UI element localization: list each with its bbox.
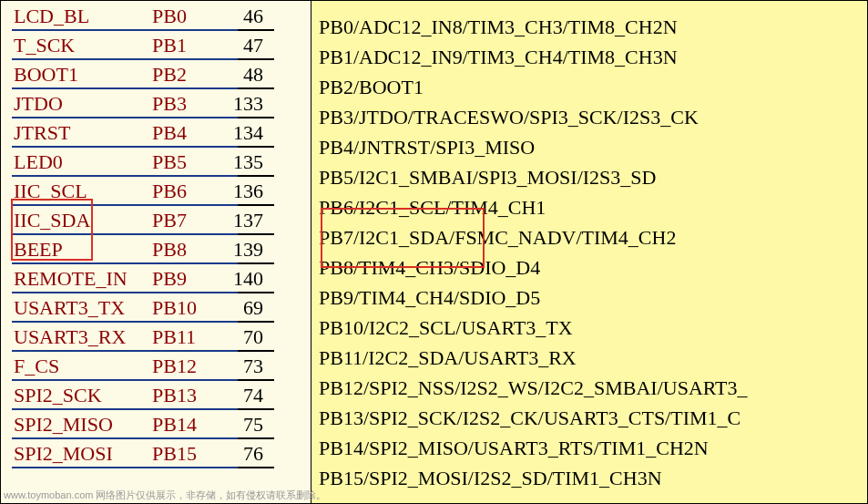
pin-function-line: PB13/SPI2_SCK/I2S2_CK/USART3_CTS/TIM1_C xyxy=(319,403,860,433)
pin-number: 74 xyxy=(225,384,267,407)
pin-row: LCD_BLPB046 xyxy=(1,5,311,34)
pin-function-line: PB14/SPI2_MISO/USART3_RTS/TIM1_CH2N xyxy=(319,433,860,463)
pin-port: PB11 xyxy=(152,325,225,349)
pin-number: 133 xyxy=(225,92,267,116)
pin-function-line: PB12/SPI2_NSS/I2S2_WS/I2C2_SMBAI/USART3_ xyxy=(319,373,860,403)
pin-function-line: PB11/I2C2_SDA/USART3_RX xyxy=(319,343,860,373)
pin-row: BOOT1PB248 xyxy=(1,63,311,92)
pin-label: USART3_TX xyxy=(14,296,152,320)
pin-label: SPI2_SCK xyxy=(14,384,152,407)
layout-container: LCD_BLPB046T_SCKPB147BOOT1PB248JTDOPB313… xyxy=(0,0,868,504)
pin-port: PB6 xyxy=(152,180,225,203)
pin-row: SPI2_SCKPB1374 xyxy=(1,384,311,413)
pin-port: PB5 xyxy=(152,150,225,174)
pinout-table: LCD_BLPB046T_SCKPB147BOOT1PB248JTDOPB313… xyxy=(0,0,311,504)
pin-function-line: PB2/BOOT1 xyxy=(319,72,860,102)
pin-label: IIC_SDA xyxy=(14,209,152,232)
pin-label: F_CS xyxy=(14,355,152,378)
pin-port: PB12 xyxy=(152,355,225,378)
pin-row: BEEPPB8139 xyxy=(1,238,311,267)
pin-row: USART3_TXPB1069 xyxy=(1,296,311,325)
pin-label: IIC_SCL xyxy=(14,180,152,203)
pin-port: PB3 xyxy=(152,92,225,116)
pin-number: 69 xyxy=(225,296,267,320)
pin-number: 46 xyxy=(225,5,267,28)
pin-port: PB15 xyxy=(152,442,225,466)
pin-function-line: PB0/ADC12_IN8/TIM3_CH3/TIM8_CH2N xyxy=(319,12,860,42)
pin-function-line: PB3/JTDO/TRACESWO/SPI3_SCK/I2S3_CK xyxy=(319,102,860,132)
pin-row: T_SCKPB147 xyxy=(1,34,311,63)
pin-label: BOOT1 xyxy=(14,63,152,87)
pin-row: F_CSPB1273 xyxy=(1,355,311,384)
pin-label: BEEP xyxy=(14,238,152,262)
pin-function-line: PB15/SPI2_MOSI/I2S2_SD/TIM1_CH3N xyxy=(319,463,860,493)
pin-row: JTDOPB3133 xyxy=(1,92,311,121)
pin-number: 136 xyxy=(225,180,267,203)
pin-number: 140 xyxy=(225,267,267,291)
pin-label: REMOTE_IN xyxy=(14,267,152,291)
pin-label: SPI2_MOSI xyxy=(14,442,152,466)
pin-label: T_SCK xyxy=(14,34,152,57)
pin-function-list: PB0/ADC12_IN8/TIM3_CH3/TIM8_CH2NPB1/ADC1… xyxy=(311,0,868,504)
pin-row: JTRSTPB4134 xyxy=(1,121,311,150)
pin-row: SPI2_MISOPB1475 xyxy=(1,413,311,442)
pin-label: LCD_BL xyxy=(14,5,152,28)
pin-row: USART3_RXPB1170 xyxy=(1,325,311,355)
pin-row: SPI2_MOSIPB1576 xyxy=(1,442,311,471)
pin-port: PB2 xyxy=(152,63,225,87)
pin-row: REMOTE_INPB9140 xyxy=(1,267,311,296)
pin-row: LED0PB5135 xyxy=(1,150,311,180)
pin-function-line: PB7/I2C1_SDA/FSMC_NADV/TIM4_CH2 xyxy=(319,222,860,252)
pin-number: 73 xyxy=(225,355,267,378)
pin-label: JTRST xyxy=(14,121,152,145)
watermark-text: www.toymoban.com 网络图片仅供展示，非存储，如有侵权请联系删除。 xyxy=(4,489,326,502)
pin-row: IIC_SDAPB7137 xyxy=(1,209,311,238)
pin-label: SPI2_MISO xyxy=(14,413,152,437)
pin-port: PB7 xyxy=(152,209,225,232)
pin-port: PB9 xyxy=(152,267,225,291)
pin-label: USART3_RX xyxy=(14,325,152,349)
pin-number: 70 xyxy=(225,325,267,349)
pin-port: PB0 xyxy=(152,5,225,28)
pin-function-line: PB1/ADC12_IN9/TIM3_CH4/TIM8_CH3N xyxy=(319,42,860,72)
pin-row: IIC_SCLPB6136 xyxy=(1,180,311,209)
pin-label: JTDO xyxy=(14,92,152,116)
pin-function-line: PB5/I2C1_SMBAI/SPI3_MOSI/I2S3_SD xyxy=(319,162,860,192)
pin-port: PB14 xyxy=(152,413,225,437)
pin-number: 48 xyxy=(225,63,267,87)
pin-label: LED0 xyxy=(14,150,152,174)
pin-function-line: PB9/TIM4_CH4/SDIO_D5 xyxy=(319,283,860,313)
pin-function-line: PB4/JNTRST/SPI3_MISO xyxy=(319,132,860,162)
pin-number: 134 xyxy=(225,121,267,145)
pin-number: 76 xyxy=(225,442,267,466)
pin-function-line: PB8/TIM4_CH3/SDIO_D4 xyxy=(319,252,860,283)
pin-port: PB13 xyxy=(152,384,225,407)
pin-function-line: PB10/I2C2_SCL/USART3_TX xyxy=(319,313,860,343)
pin-port: PB1 xyxy=(152,34,225,57)
pin-function-line: PB6/I2C1_SCL/TIM4_CH1 xyxy=(319,192,860,222)
pin-port: PB8 xyxy=(152,238,225,262)
pin-number: 75 xyxy=(225,413,267,437)
pin-number: 47 xyxy=(225,34,267,57)
pin-number: 139 xyxy=(225,238,267,262)
pin-number: 137 xyxy=(225,209,267,232)
pin-port: PB10 xyxy=(152,296,225,320)
pin-number: 135 xyxy=(225,150,267,174)
pin-port: PB4 xyxy=(152,121,225,145)
